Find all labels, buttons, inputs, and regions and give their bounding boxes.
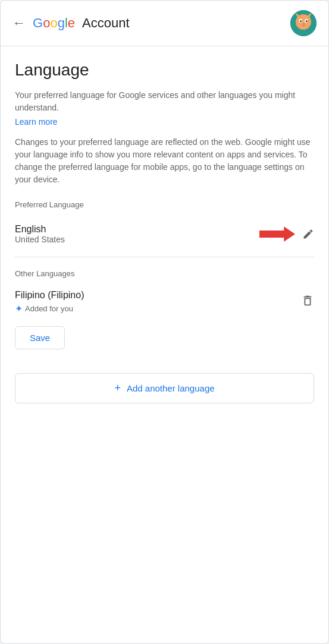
header: ← Google Account <box>1 1 328 46</box>
description2: Changes to your preferred language are r… <box>15 136 314 186</box>
preferred-language-item: English United States <box>15 216 314 252</box>
filipino-language-name: Filipino (Filipino) <box>15 290 84 301</box>
back-button[interactable]: ← <box>12 15 26 31</box>
google-letter-g: G <box>33 15 43 31</box>
preferred-language-info: English United States <box>15 224 65 244</box>
red-arrow-annotation <box>259 223 295 245</box>
svg-point-2 <box>297 15 310 29</box>
description1: Your preferred language for Google servi… <box>15 89 314 114</box>
save-button[interactable]: Save <box>15 326 65 349</box>
sparkle-icon: ✦ <box>15 303 23 314</box>
divider <box>15 257 314 257</box>
google-letter-o2: o <box>50 15 57 31</box>
plus-icon: + <box>114 382 121 394</box>
google-letter-g2: g <box>58 15 65 31</box>
main-content: Language Your preferred language for Goo… <box>1 46 328 418</box>
preferred-language-label: Preferred Language <box>15 200 314 209</box>
learn-more-link[interactable]: Learn more <box>15 117 58 127</box>
svg-point-9 <box>302 23 305 25</box>
google-letter-o1: o <box>43 15 50 31</box>
other-languages-section: Other Languages Filipino (Filipino) ✦ Ad… <box>15 269 314 364</box>
other-languages-label: Other Languages <box>15 269 314 278</box>
google-logo: Google <box>33 15 75 31</box>
avatar-svg <box>290 10 317 36</box>
red-arrow-svg <box>259 223 295 245</box>
preferred-language-region: United States <box>15 235 65 244</box>
avatar-image <box>290 10 317 36</box>
page-title: Language <box>15 61 314 80</box>
add-language-button[interactable]: + Add another language <box>15 373 314 403</box>
filipino-info: Filipino (Filipino) ✦ Added for you <box>15 290 84 314</box>
header-left: ← Google Account <box>12 15 130 31</box>
preferred-language-name: English <box>15 224 65 235</box>
svg-point-8 <box>306 20 308 22</box>
svg-marker-10 <box>259 226 295 242</box>
header-title: Account <box>82 15 130 31</box>
edit-language-button[interactable] <box>302 228 314 240</box>
svg-point-7 <box>300 20 302 22</box>
preferred-language-actions <box>259 223 314 245</box>
add-language-label: Add another language <box>127 383 215 393</box>
added-for-you-badge: ✦ Added for you <box>15 303 84 314</box>
delete-language-button[interactable] <box>301 294 314 310</box>
google-letter-e: e <box>68 15 75 31</box>
filipino-language-item: Filipino (Filipino) ✦ Added for you <box>15 285 314 319</box>
added-for-you-text: Added for you <box>25 304 73 313</box>
avatar[interactable] <box>290 10 317 36</box>
pencil-icon <box>302 228 314 240</box>
trash-icon <box>301 294 314 307</box>
